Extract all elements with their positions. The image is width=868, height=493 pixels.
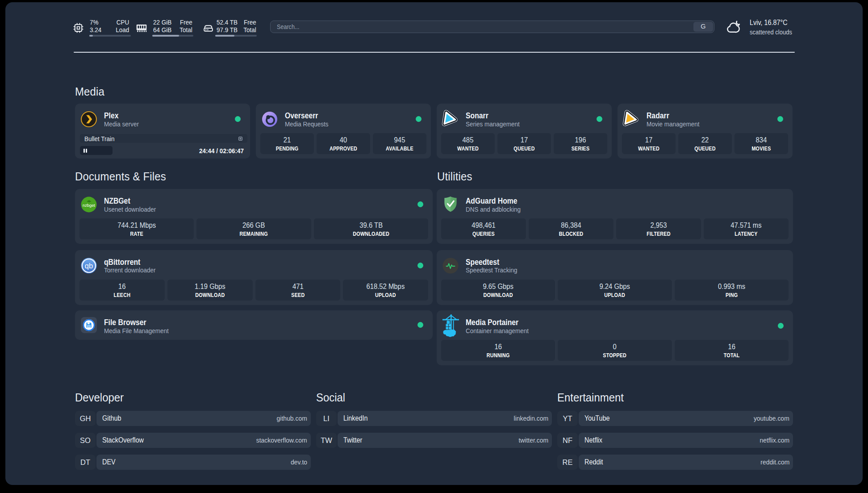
svg-text:nzbget: nzbget [83, 203, 95, 208]
svg-text:qb: qb [85, 261, 93, 269]
